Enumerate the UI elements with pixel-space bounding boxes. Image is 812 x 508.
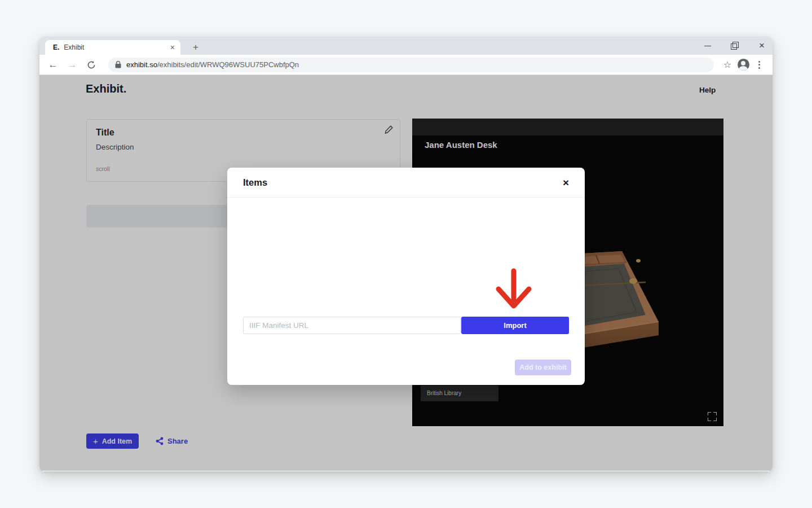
items-modal-title: Items [243, 177, 267, 188]
items-modal: Items × Import Add to exhibit [227, 168, 585, 385]
window-controls: × [704, 37, 766, 55]
lock-icon [115, 61, 121, 68]
red-arrow-annotation [491, 268, 536, 313]
back-icon[interactable]: ← [45, 57, 61, 73]
url-text: exhibit.so/exhibits/edit/WRWQ96WSUU75PCw… [126, 60, 299, 69]
window-minimize-button[interactable] [704, 42, 712, 50]
url-domain: exhibit.so [126, 60, 157, 69]
window-restore-button[interactable] [731, 42, 739, 50]
browser-tab-exhibit[interactable]: E. Exhibit × [45, 40, 180, 55]
tab-close-icon[interactable]: × [169, 43, 176, 51]
browser-window: E. Exhibit × + × ← → exhibit.so/exhibits… [39, 37, 773, 471]
overflow-menu-icon[interactable] [751, 57, 767, 73]
address-bar[interactable]: exhibit.so/exhibits/edit/WRWQ96WSUU75PCw… [108, 58, 714, 72]
profile-avatar-icon[interactable] [735, 57, 751, 73]
add-to-exhibit-button[interactable]: Add to exhibit [515, 360, 571, 375]
tab-strip: E. Exhibit × + × [39, 37, 773, 55]
import-button[interactable]: Import [461, 317, 569, 334]
window-close-button[interactable]: × [758, 42, 766, 50]
browser-toolbar: ← → exhibit.so/exhibits/edit/WRWQ96WSUU7… [39, 55, 773, 75]
url-path: /exhibits/edit/WRWQ96WSUU75PCwbfpQn [157, 60, 299, 69]
forward-icon: → [64, 57, 80, 73]
iiif-manifest-url-input[interactable] [243, 317, 461, 334]
tab-title: Exhibit [64, 43, 169, 51]
reload-icon[interactable] [83, 57, 99, 73]
bookmark-star-icon[interactable]: ☆ [720, 57, 735, 73]
modal-close-icon[interactable]: × [563, 177, 569, 188]
new-tab-button[interactable]: + [189, 41, 202, 54]
exhibit-editor-page: Exhibit. Help Title Description scroll [39, 75, 773, 471]
favicon-logo-icon: E. [53, 43, 59, 51]
items-modal-header: Items × [227, 168, 585, 198]
